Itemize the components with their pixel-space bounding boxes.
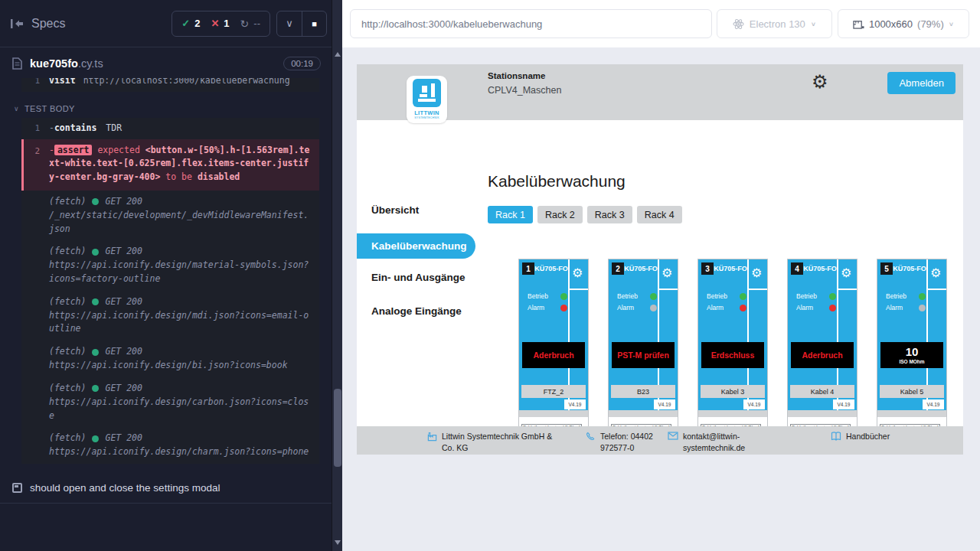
refresh-icon: ↻	[240, 18, 250, 30]
command-number: 2	[28, 144, 40, 184]
expand-specs-icon[interactable]	[11, 18, 24, 29]
test-box-icon	[12, 483, 22, 493]
ruler-icon	[853, 18, 864, 29]
device-model: KÜ705-FO	[534, 265, 568, 272]
fetch-url: https://api.iconify.design/carbon.json?i…	[49, 396, 309, 421]
url-text: http://localhost:3000/kabelueberwachung	[361, 18, 542, 30]
footer-manuals-text: Handbücher	[846, 431, 890, 442]
cable-name: B23	[611, 385, 675, 398]
scroll-up-arrow[interactable]	[335, 52, 341, 57]
tab-rack-4[interactable]: Rack 4	[637, 206, 682, 223]
device-model: KÜ705-FO	[714, 265, 747, 272]
fetch-label: (fetch)	[49, 295, 86, 309]
fetch-status: GET 200	[105, 382, 142, 396]
device-gear-icon[interactable]: ⚙	[751, 266, 762, 280]
alarm-label: Alarm	[886, 304, 903, 311]
specs-title[interactable]: Specs	[31, 17, 65, 31]
littwin-logo: LITTWIN SYSTEMTECHNIK	[407, 76, 447, 123]
fetch-log-row[interactable]: (fetch)GET 200https://api.iconify.design…	[21, 240, 319, 290]
chevron-down-icon: ∨	[949, 21, 954, 28]
fetch-status: GET 200	[105, 295, 142, 309]
betrieb-led	[919, 293, 926, 300]
fetch-log-row[interactable]: (fetch)GET 200https://api.iconify.design…	[21, 341, 319, 377]
book-icon	[831, 432, 841, 441]
alarm-label: Alarm	[617, 304, 634, 311]
viewport-size: 1000x660	[869, 18, 913, 30]
tab-rack-3[interactable]: Rack 3	[587, 206, 632, 223]
pending-test-row[interactable]: should open and close the settings modal	[0, 471, 332, 504]
betrieb-led	[740, 293, 746, 300]
viewport-selector[interactable]: 1000x660 (79%) ∨	[838, 9, 969, 38]
browser-name: Electron 130	[750, 18, 805, 30]
sidebar-item-analoge-eingaenge[interactable]: Analoge Eingänge	[357, 305, 475, 317]
success-dot-icon	[92, 298, 99, 305]
spec-row[interactable]: kue705fo.cy.ts 00:19	[0, 47, 332, 75]
footer-email[interactable]: kontakt@littwin-systemtechnik.de	[668, 431, 741, 454]
fetch-log-row[interactable]: (fetch)GET 200/_next/static/development/…	[21, 191, 319, 240]
betrieb-label: Betrieb	[796, 292, 817, 300]
slot-number: 5	[880, 262, 893, 275]
phone-icon	[586, 432, 596, 442]
settings-gear-icon[interactable]: ⚙	[812, 71, 828, 93]
cable-name: FTZ_2	[521, 385, 586, 398]
status-display: Aderbruch	[791, 342, 854, 368]
command-contains[interactable]: 1 -containsTDR	[21, 118, 319, 139]
status-text: Aderbruch	[802, 350, 842, 360]
logout-button[interactable]: Abmelden	[887, 72, 956, 94]
app-header: Stationsname CPLV4_Maschen ⚙ Abmelden	[357, 64, 963, 120]
cross-icon: ✕	[211, 18, 219, 29]
slot-number: 3	[701, 262, 714, 275]
fetch-url: https://api.iconify.design/mdi.json?icon…	[49, 310, 309, 334]
sidebar-item-ein-und-ausgaenge[interactable]: Ein- und Ausgänge	[357, 272, 475, 283]
fetch-label: (fetch)	[49, 345, 86, 359]
tab-rack-2[interactable]: Rack 2	[537, 206, 583, 223]
fetch-log-row[interactable]: (fetch)GET 200https://api.iconify.design…	[21, 427, 319, 464]
app-under-test: Stationsname CPLV4_Maschen ⚙ Abmelden LI…	[357, 64, 963, 455]
device-gear-icon[interactable]: ⚙	[841, 266, 851, 280]
device-gear-icon[interactable]: ⚙	[572, 266, 583, 280]
email-icon	[668, 432, 678, 440]
tab-rack-1[interactable]: Rack 1	[488, 206, 533, 223]
sidebar-item-uebersicht[interactable]: Übersicht	[357, 204, 475, 216]
slot-number: 1	[522, 262, 534, 275]
card-separator	[877, 410, 946, 417]
station-label: Stationsname	[488, 71, 561, 80]
footer-manuals[interactable]: Handbücher	[831, 431, 890, 442]
device-gear-icon[interactable]: ⚙	[662, 266, 672, 280]
command-log-clip: 1 visithttp://localhost:3000/kabelueberw…	[21, 78, 319, 95]
fetch-status: GET 200	[105, 432, 142, 445]
fetch-url: https://api.iconify.design/charm.json?ic…	[49, 446, 309, 457]
device-gear-icon[interactable]: ⚙	[930, 266, 941, 280]
app-sidebar: Übersicht Kabelüberwachung Ein- und Ausg…	[357, 120, 475, 426]
command-visit[interactable]: 1 visithttp://localhost:3000/kabelueberw…	[21, 78, 319, 92]
logo-subtitle: SYSTEMTECHNIK	[414, 116, 439, 119]
fetch-status: GET 200	[105, 345, 142, 359]
sidebar-item-kabelueberwachung[interactable]: Kabelüberwachung	[357, 233, 475, 259]
stage-toolbar: http://localhost:3000/kabelueberwachung …	[342, 0, 980, 47]
slot-number: 4	[791, 262, 803, 275]
scrollbar-thumb[interactable]	[334, 389, 341, 467]
card-separator	[609, 410, 678, 417]
browser-selector[interactable]: Electron 130 ∨	[717, 9, 832, 38]
scroll-down-arrow[interactable]	[335, 540, 341, 545]
fetch-log-row[interactable]: (fetch)GET 200https://api.iconify.design…	[21, 291, 319, 341]
command-assert-failed[interactable]: 2 -assert expected <button.w-[50%].h-[1.…	[21, 139, 319, 191]
cable-name: Kabel 3	[701, 385, 765, 398]
test-body-label: TEST BODY	[24, 104, 75, 113]
reporter-scrollbar[interactable]	[332, 0, 342, 551]
failed-count: 1	[224, 18, 229, 29]
collapse-button[interactable]: ∨	[277, 11, 302, 36]
spec-name: kue705fo.cy.ts	[30, 57, 103, 70]
test-body-section[interactable]: ∨ TEST BODY	[14, 104, 319, 113]
iso-unit: ISO MOhm	[899, 359, 924, 364]
fetch-log-row[interactable]: (fetch)GET 200https://api.iconify.design…	[21, 377, 319, 427]
device-model: KÜ705-FO	[624, 265, 658, 272]
url-input[interactable]: http://localhost:3000/kabelueberwachung	[350, 9, 712, 38]
stop-button[interactable]: ■	[302, 11, 326, 36]
betrieb-label: Betrieb	[617, 292, 638, 300]
command-name: visit	[49, 78, 76, 86]
status-display: Aderbruch	[522, 342, 585, 368]
status-display: Erdschluss	[701, 342, 764, 368]
fetch-status: GET 200	[105, 195, 142, 209]
card-separator	[698, 410, 767, 417]
